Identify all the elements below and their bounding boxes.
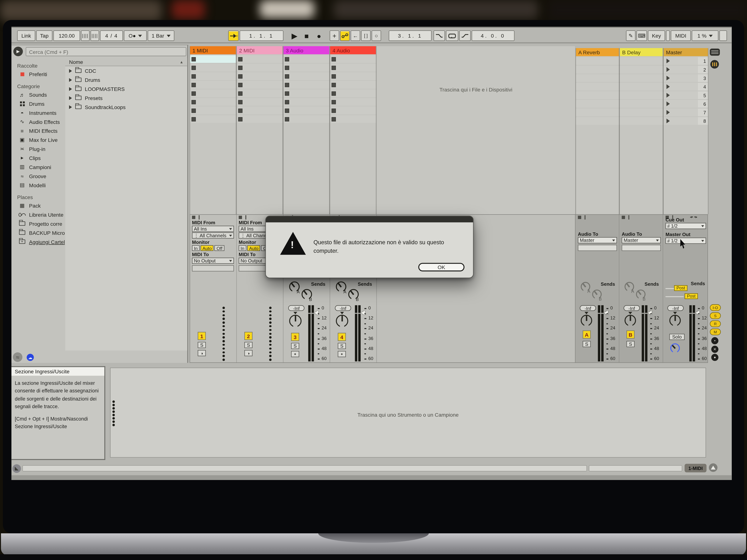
nudge-up-button[interactable]: ||||: [91, 31, 99, 41]
track-activator-2[interactable]: 2: [244, 332, 253, 340]
scene-play-icon[interactable]: [666, 76, 670, 81]
sidebar-item-aggiungi-cartel[interactable]: +Aggiungi Cartel: [11, 237, 65, 246]
scene-row[interactable]: 7: [664, 108, 708, 116]
clip-slot[interactable]: [330, 89, 376, 97]
sidebar-item-sounds[interactable]: ♬Sounds: [11, 90, 65, 99]
clip-slot[interactable]: [330, 64, 376, 72]
scene-row[interactable]: 2: [664, 66, 708, 73]
computer-midi-keyboard-button[interactable]: ⌨: [636, 31, 647, 41]
rail-extra-button-2[interactable]: ✕: [711, 346, 719, 353]
disclosure-icon[interactable]: [69, 96, 72, 100]
sidebar-item-drums[interactable]: Drums: [11, 99, 65, 108]
volume-display[interactable]: -Inf: [580, 305, 596, 311]
scene-play-icon[interactable]: [666, 58, 670, 63]
solo-button[interactable]: S: [338, 343, 346, 349]
clip-slot[interactable]: [190, 81, 236, 88]
clip-stop-icon[interactable]: [332, 65, 336, 70]
volume-display[interactable]: -Inf: [624, 305, 640, 311]
master-out-chooser[interactable]: ii1/2: [666, 238, 706, 244]
groove-pool-button[interactable]: ≈: [13, 352, 22, 362]
master-header[interactable]: Master: [664, 48, 708, 56]
clip-stop-icon[interactable]: [238, 108, 242, 113]
sidebar-item-backup-micro[interactable]: BACKUP Micro!: [11, 228, 65, 237]
clip-stop-icon[interactable]: [332, 117, 336, 121]
scene-row[interactable]: 4: [664, 83, 708, 90]
sidebar-item-midi-effects[interactable]: ≡MIDI Effects: [11, 126, 65, 135]
track-header-3[interactable]: 3 Audio: [283, 46, 329, 54]
sidebar-item-audio-effects[interactable]: ∿Audio Effects: [11, 117, 65, 126]
arm-button[interactable]: ●: [291, 351, 299, 357]
scene-play-icon[interactable]: [666, 118, 670, 123]
clip-stop-icon[interactable]: [285, 91, 289, 96]
record-button[interactable]: ●: [317, 31, 321, 41]
midi-from-chooser[interactable]: All Ins: [192, 226, 234, 232]
clip-slot[interactable]: [190, 89, 236, 97]
clip-stop-icon[interactable]: [238, 74, 242, 78]
horizontal-scrollbar[interactable]: [22, 465, 587, 471]
clip-stop-icon[interactable]: [191, 100, 196, 104]
folder-row-cdc[interactable]: CDC: [65, 66, 187, 75]
clip-stop-icon[interactable]: [238, 83, 242, 87]
pan-knob[interactable]: [336, 315, 348, 327]
clip-slot[interactable]: [330, 55, 376, 63]
folder-row-soundtrackloops[interactable]: SoundtrackLoops: [65, 102, 187, 111]
punch-in-button[interactable]: [434, 31, 445, 41]
search-input[interactable]: Cerca (Cmd + F): [26, 47, 186, 56]
sidebar-item-pack[interactable]: ▦Pack: [11, 201, 65, 210]
clip-slot[interactable]: [237, 89, 283, 97]
back-to-arrangement-button[interactable]: ←: [351, 31, 360, 41]
clip-slot[interactable]: [283, 107, 329, 114]
track-header-1[interactable]: 1 MIDI: [190, 46, 236, 54]
stop-button[interactable]: ■: [304, 31, 309, 41]
clip-stop-icon[interactable]: [332, 91, 336, 96]
midi-overdub-button[interactable]: [340, 31, 350, 41]
new-midi-clip-button[interactable]: +: [330, 31, 339, 41]
track-activator-1[interactable]: 1: [198, 332, 206, 340]
pan-knob[interactable]: [624, 315, 636, 326]
monitor-off-button[interactable]: Off: [214, 245, 224, 251]
overview-icon[interactable]: [710, 60, 719, 69]
scene-play-icon[interactable]: [666, 110, 670, 115]
arm-button[interactable]: ◑: [244, 350, 253, 356]
clip-slot[interactable]: [237, 107, 283, 114]
master-solo-button[interactable]: Solo: [669, 334, 685, 340]
volume-display[interactable]: -Inf: [288, 305, 304, 311]
clip-slot[interactable]: [237, 55, 283, 63]
clip-stop-icon[interactable]: [332, 57, 336, 61]
clip-stop-icon[interactable]: [238, 57, 242, 61]
sidebar-item-preferiti[interactable]: Preferiti: [11, 70, 65, 79]
clip-stop-icon[interactable]: [285, 108, 289, 113]
clip-stop-icon[interactable]: [285, 74, 289, 78]
cue-out-chooser[interactable]: ii1/2: [666, 223, 706, 229]
track-activator-3[interactable]: 3: [291, 333, 299, 341]
disclosure-icon[interactable]: [69, 69, 72, 73]
scene-play-icon[interactable]: [666, 93, 670, 98]
arm-button[interactable]: ◑: [198, 350, 206, 356]
clip-stop-icon[interactable]: [191, 108, 196, 113]
show-r-rail-button[interactable]: R: [710, 321, 721, 327]
scene-row[interactable]: 6: [664, 100, 708, 108]
return-activator[interactable]: A: [583, 330, 591, 339]
monitor-in-button[interactable]: In: [192, 245, 200, 251]
time-signature-field[interactable]: 4 / 4: [100, 31, 123, 41]
clip-slot[interactable]: [283, 89, 329, 97]
volume-display[interactable]: -Inf: [335, 305, 351, 311]
solo-button[interactable]: S: [626, 341, 635, 347]
clip-slot[interactable]: [283, 55, 329, 63]
loop-button[interactable]: [446, 31, 458, 41]
disclosure-icon[interactable]: [69, 87, 72, 91]
list-header-row[interactable]: Nome ▲: [65, 58, 187, 66]
folder-row-loopmasters[interactable]: LOOPMASTERS: [65, 84, 187, 93]
pan-knob[interactable]: [669, 315, 681, 326]
cloud-sync-icon[interactable]: ☁: [27, 354, 34, 361]
tempo-field[interactable]: 120.00: [53, 31, 80, 41]
clip-stop-icon[interactable]: [285, 117, 289, 121]
show-s-rail-button[interactable]: S: [710, 313, 721, 319]
scene-row[interactable]: 1: [664, 57, 708, 65]
sidebar-item-plug-in[interactable]: ≍Plug-in: [11, 144, 65, 153]
cpu-load-meter[interactable]: 1 %: [692, 31, 719, 41]
clip-slot[interactable]: [190, 115, 236, 123]
sidebar-item-clips[interactable]: ▸Clips: [11, 153, 65, 162]
solo-button[interactable]: S: [244, 342, 253, 348]
preview-play-button[interactable]: ▶: [14, 47, 23, 56]
